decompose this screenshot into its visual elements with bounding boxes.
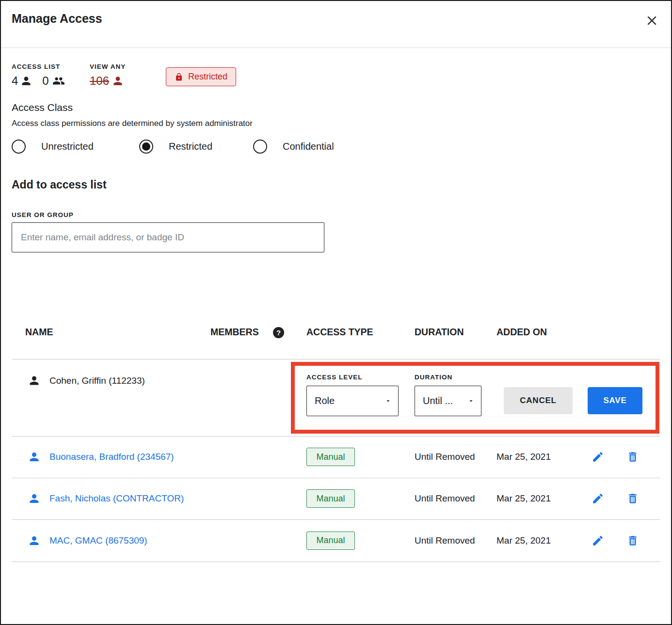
radio-indicator [12,140,26,154]
radio-restricted[interactable]: Restricted [139,140,212,154]
duration-value: Until ... [423,395,453,406]
column-header-access-type: ACCESS TYPE [306,327,373,338]
added-on-value: Mar 25, 2021 [496,535,551,546]
trash-icon [626,534,639,547]
member-name-link[interactable]: MAC, GMAC (8675309) [49,535,147,546]
people-icon [51,75,66,87]
pencil-icon [592,492,604,505]
cancel-button[interactable]: CANCEL [504,387,573,414]
access-list-users-count: 4 [12,74,18,88]
delete-button[interactable] [626,534,639,547]
radio-unrestricted[interactable]: Unrestricted [12,140,94,154]
table-row: Fash, Nicholas (CONTRACTOR) Manual Until… [1,478,671,519]
member-name: Cohen, Griffin (112233) [49,375,145,386]
person-icon [28,534,41,547]
add-to-access-list-heading: Add to access list [12,178,107,191]
user-or-group-label: USER OR GROUP [12,211,74,219]
duration-label: DURATION [415,374,452,381]
manage-access-dialog: Manage Access ACCESS LIST VIEW ANY 4 0 1… [0,0,672,625]
pencil-icon [592,534,604,547]
access-class-heading: Access Class [12,102,73,113]
divider [12,359,660,359]
save-button[interactable]: SAVE [588,387,642,414]
pencil-icon [592,451,604,463]
duration-value: Until Removed [415,535,475,546]
duration-value: Until Removed [415,493,475,504]
radio-label: Restricted [169,141,212,152]
person-icon [28,492,41,505]
duration-value: Until Removed [415,452,475,462]
member-name-link[interactable]: Buonasera, Bradford (234567) [49,452,174,462]
edit-button[interactable] [592,451,604,463]
radio-indicator [139,140,153,154]
access-level-label: ACCESS LEVEL [306,374,363,381]
radio-confidential[interactable]: Confidential [253,140,334,154]
members-help-icon[interactable]: ? [273,327,284,338]
radio-label: Unrestricted [41,141,94,152]
access-class-description: Access class permissions are determined … [12,119,253,128]
column-header-duration: DURATION [415,327,464,338]
close-button[interactable] [643,12,660,29]
delete-button[interactable] [626,451,639,463]
divider [1,47,671,48]
chevron-down-icon [467,397,475,405]
trash-icon [626,451,639,463]
edit-button[interactable] [592,534,604,547]
person-icon [28,374,41,387]
radio-indicator [253,140,267,154]
lock-icon [175,73,183,81]
access-level-select[interactable]: Role [306,386,399,416]
access-type-badge: Manual [306,448,355,466]
person-icon [28,451,41,464]
access-class-radio-group: Unrestricted Restricted Confidential [12,140,448,155]
page-title: Manage Access [12,12,102,26]
delete-button[interactable] [626,492,639,505]
person-icon [20,75,32,87]
view-any-label: VIEW ANY [90,63,126,70]
member-name-link[interactable]: Fash, Nicholas (CONTRACTOR) [49,493,184,504]
access-type-badge: Manual [306,531,355,550]
divider [12,562,660,562]
trash-icon [626,492,639,505]
view-any-count: 106 [90,74,109,88]
access-type-badge: Manual [306,489,355,508]
column-header-members: MEMBERS [210,327,259,338]
table-row: Buonasera, Bradford (234567) Manual Unti… [1,436,671,478]
radio-label: Confidential [283,141,334,152]
table-row: MAC, GMAC (8675309) Manual Until Removed… [1,519,671,562]
added-on-value: Mar 25, 2021 [496,493,551,504]
user-or-group-input[interactable] [12,222,324,252]
access-list-groups-count: 0 [42,74,48,88]
added-on-value: Mar 25, 2021 [496,452,551,462]
close-icon [644,13,659,28]
column-header-added-on: ADDED ON [496,327,547,338]
restricted-badge-label: Restricted [188,72,227,82]
chevron-down-icon [384,397,392,405]
access-list-counts: 4 0 [12,74,66,88]
view-any-count-group: 106 [90,74,124,88]
edit-button[interactable] [592,492,604,505]
person-icon [112,75,124,87]
access-level-value: Role [315,395,335,406]
duration-select[interactable]: Until ... [415,386,481,416]
restricted-status-badge: Restricted [166,67,236,86]
column-header-name: NAME [25,327,53,338]
access-list-label: ACCESS LIST [12,63,60,70]
